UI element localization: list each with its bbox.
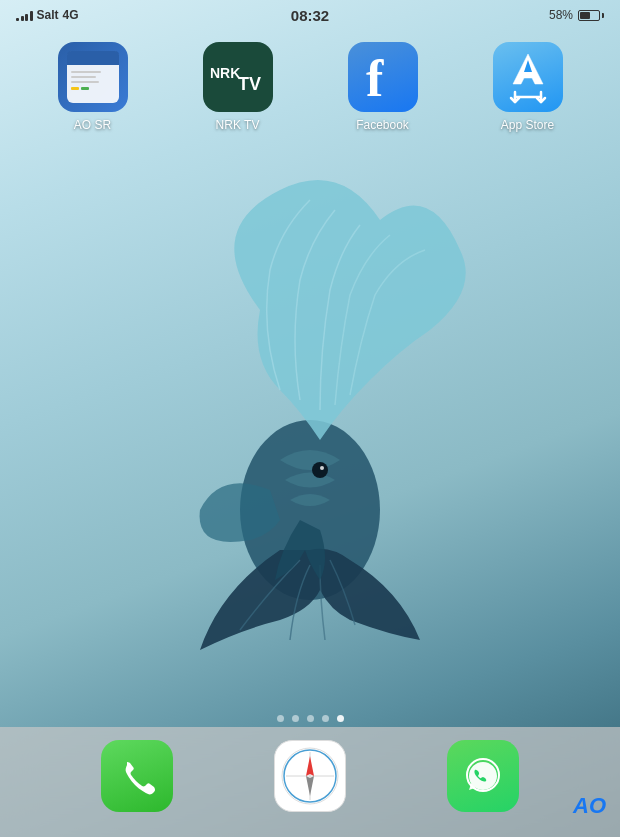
facebook-label: Facebook <box>356 118 409 132</box>
nrk-tv-icon[interactable]: NRK TV <box>203 42 273 112</box>
svg-text:f: f <box>366 50 384 107</box>
svg-text:TV: TV <box>238 74 261 94</box>
page-dot-5-active <box>337 715 344 722</box>
facebook-icon[interactable]: f <box>348 42 418 112</box>
dock-safari[interactable] <box>274 740 346 812</box>
nrk-tv-label: NRK TV <box>216 118 260 132</box>
status-left: Salt 4G <box>16 8 79 22</box>
status-bar: Salt 4G 08:32 58% <box>0 0 620 30</box>
fish-illustration <box>80 130 540 690</box>
status-right: 58% <box>549 8 604 22</box>
svg-point-2 <box>320 466 324 470</box>
app-nrk-tv[interactable]: NRK TV NRK TV <box>203 42 273 132</box>
ao-sr-icon[interactable] <box>58 42 128 112</box>
ao-sr-label: AO SR <box>74 118 111 132</box>
status-time: 08:32 <box>291 7 329 24</box>
page-dots <box>0 715 620 722</box>
svg-point-1 <box>312 462 328 478</box>
signal-bars <box>16 9 33 21</box>
svg-rect-10 <box>81 87 89 90</box>
svg-text:NRK: NRK <box>210 65 240 81</box>
phone-icon <box>115 754 159 798</box>
carrier-label: Salt <box>37 8 59 22</box>
app-ao-sr[interactable]: AO SR <box>58 42 128 132</box>
page-dot-2 <box>292 715 299 722</box>
app-appstore[interactable]: App Store <box>493 42 563 132</box>
battery-icon <box>578 10 604 21</box>
appstore-label: App Store <box>501 118 554 132</box>
safari-icon <box>280 746 340 806</box>
appstore-icon[interactable] <box>493 42 563 112</box>
svg-rect-5 <box>67 61 119 65</box>
dock-phone[interactable] <box>101 740 173 812</box>
page-dot-4 <box>322 715 329 722</box>
whatsapp-icon <box>461 754 505 798</box>
svg-rect-6 <box>71 71 101 73</box>
svg-rect-7 <box>71 76 96 78</box>
app-facebook[interactable]: f Facebook <box>348 42 418 132</box>
app-grid: AO SR NRK TV NRK TV f Facebook <box>0 42 620 132</box>
svg-rect-8 <box>71 81 99 83</box>
page-dot-1 <box>277 715 284 722</box>
dock <box>0 727 620 837</box>
battery-percent: 58% <box>549 8 573 22</box>
page-dot-3 <box>307 715 314 722</box>
dock-whatsapp[interactable] <box>447 740 519 812</box>
ao-watermark: AO <box>573 793 606 819</box>
network-label: 4G <box>63 8 79 22</box>
svg-rect-9 <box>71 87 79 90</box>
